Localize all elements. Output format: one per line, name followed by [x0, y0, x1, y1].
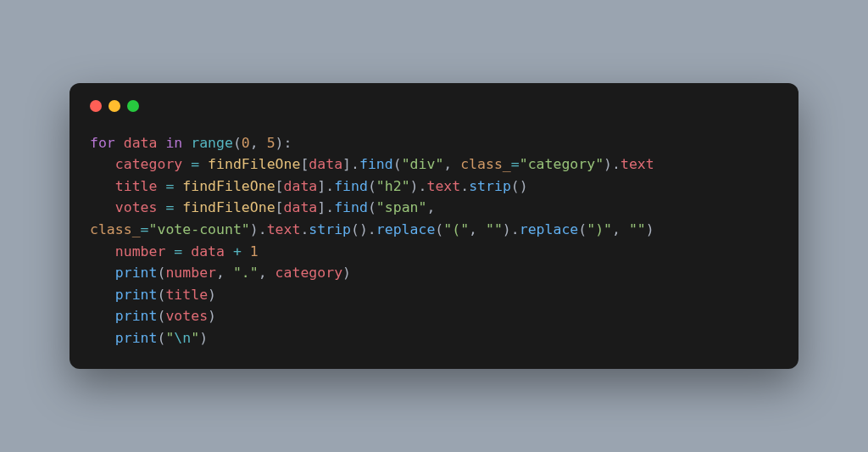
code-token: "h2" [376, 178, 410, 194]
code-token: print [115, 330, 158, 346]
code-token [225, 243, 233, 259]
code-window: for data in range(0, 5): category = find… [70, 83, 798, 370]
code-token [90, 178, 115, 194]
code-token: find [334, 199, 368, 215]
code-token: , [250, 135, 267, 151]
code-token: ( [157, 308, 165, 324]
code-token: text [267, 221, 301, 237]
code-token: ( [157, 330, 165, 346]
code-token: data [309, 156, 342, 172]
code-token: ( [578, 221, 587, 237]
code-token: . [300, 221, 309, 237]
code-token: ) [199, 330, 208, 346]
code-token: ]. [342, 156, 359, 172]
code-token: category [115, 156, 182, 172]
code-token: = [174, 243, 182, 259]
code-token: , [426, 199, 435, 215]
code-token: "vote-count" [149, 221, 250, 237]
code-token: 1 [250, 243, 259, 259]
code-token [182, 135, 191, 151]
code-token [90, 199, 115, 215]
code-token [90, 243, 115, 259]
code-token: "(" [443, 221, 469, 237]
code-token [158, 135, 166, 151]
code-token: class_ [90, 221, 141, 237]
code-token: 5 [267, 135, 275, 151]
code-token: find [359, 156, 393, 172]
code-token: range [191, 135, 233, 151]
code-token: findFileOne [208, 156, 300, 172]
code-token: text [426, 178, 460, 194]
code-token: replace [520, 221, 579, 237]
code-token: [ [275, 178, 284, 194]
code-token: strip [469, 178, 511, 194]
code-block: for data in range(0, 5): category = find… [90, 132, 778, 349]
code-token: "" [629, 221, 646, 237]
code-token: print [115, 287, 158, 303]
code-token: print [115, 308, 158, 324]
code-token: "." [233, 265, 259, 281]
code-token: = [165, 199, 174, 215]
code-token: ) [342, 265, 351, 281]
code-token: ( [435, 221, 443, 237]
code-token: , [469, 221, 486, 237]
code-token: [ [275, 199, 284, 215]
code-token: data [284, 178, 318, 194]
code-token: find [334, 178, 368, 194]
code-token: text [620, 156, 654, 172]
code-token [90, 330, 115, 346]
code-token [199, 156, 208, 172]
minimize-icon[interactable] [108, 100, 120, 112]
close-icon[interactable] [90, 100, 102, 112]
code-token: ) [208, 287, 216, 303]
code-token: = [141, 221, 149, 237]
code-token: [ [300, 156, 309, 172]
code-token: " [165, 330, 174, 346]
code-token: in [165, 135, 182, 151]
window-titlebar [90, 100, 778, 112]
code-token [182, 243, 191, 259]
code-token: ]. [317, 178, 334, 194]
code-token [115, 135, 124, 151]
code-token: number [115, 243, 166, 259]
code-token: data [284, 199, 318, 215]
code-token: "span" [376, 199, 427, 215]
code-token: ) [208, 308, 216, 324]
code-token [157, 178, 165, 194]
code-token: votes [165, 308, 208, 324]
code-token: category [275, 265, 342, 281]
code-token: , [259, 265, 275, 281]
code-token: title [165, 287, 208, 303]
code-token [182, 156, 191, 172]
code-token: , [216, 265, 233, 281]
code-token: + [233, 243, 242, 259]
code-token: findFileOne [182, 178, 275, 194]
maximize-icon[interactable] [127, 100, 139, 112]
code-token [90, 287, 115, 303]
code-token [90, 265, 115, 281]
code-token: "div" [402, 156, 444, 172]
code-token: ). [410, 178, 427, 194]
code-token [174, 199, 182, 215]
code-token: ). [503, 221, 520, 237]
code-token: "" [486, 221, 503, 237]
code-token: " [191, 330, 199, 346]
code-token: = [191, 156, 199, 172]
code-token: \n [174, 330, 191, 346]
code-token [165, 243, 174, 259]
code-token: (). [351, 221, 376, 237]
code-token: ) [646, 221, 654, 237]
code-token: ( [157, 265, 165, 281]
code-token: class_ [460, 156, 511, 172]
code-token: ( [233, 135, 242, 151]
code-token: () [511, 178, 528, 194]
code-token: . [460, 178, 469, 194]
code-token: ): [275, 135, 292, 151]
code-token: = [511, 156, 520, 172]
code-token: title [115, 178, 158, 194]
code-token: ). [604, 156, 620, 172]
code-token: data [124, 135, 158, 151]
code-token: data [191, 243, 225, 259]
code-token [90, 308, 115, 324]
code-token: , [443, 156, 460, 172]
